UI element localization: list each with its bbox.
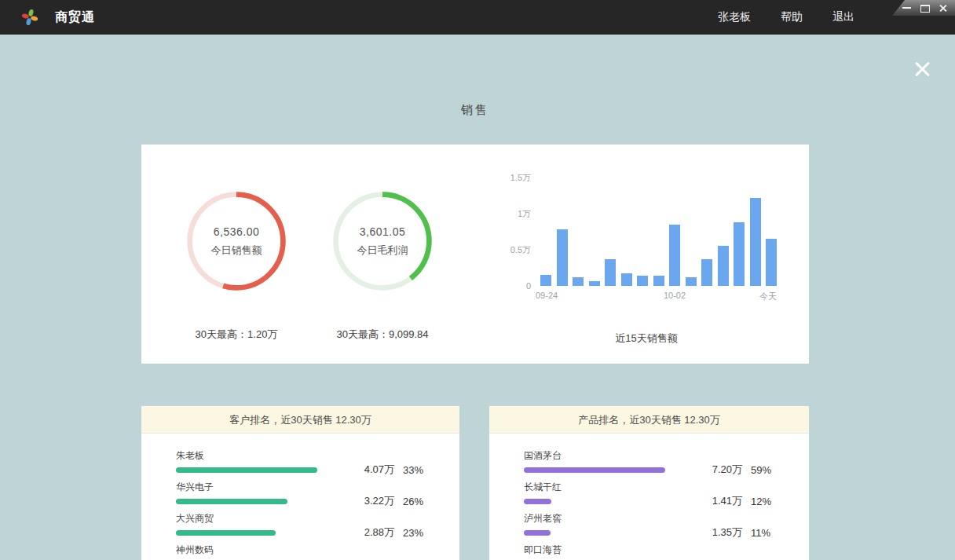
- sales-bar: [621, 273, 632, 286]
- today-profit-value: 3,601.05: [360, 225, 406, 238]
- app-window: 商贸通 张老板 帮助 退出 销售 6,536.00 今日销售额 30天最高：1.…: [0, 0, 955, 560]
- sales-30day-max: 30天最高：1.20万: [153, 328, 320, 342]
- sales-bar: [686, 277, 697, 286]
- ranking-name: 神州数码: [176, 540, 437, 556]
- app-title: 商贸通: [55, 9, 95, 26]
- ranking-row: 华兴电子3.22万26%: [176, 477, 437, 508]
- today-profit-label: 今日毛利润: [357, 243, 408, 258]
- close-window-icon[interactable]: [939, 3, 948, 13]
- today-sales-value: 6,536.00: [214, 225, 260, 238]
- page-title: 销售: [141, 103, 809, 118]
- customer-ranking-card: 客户排名，近30天销售 12.30万 朱老板4.07万33%华兴电子3.22万2…: [141, 406, 459, 560]
- ranking-percent: 26%: [394, 496, 430, 507]
- ranking-value: 3.22万: [322, 494, 394, 508]
- profit-30day-max: 30天最高：9,099.84: [299, 328, 466, 342]
- ranking-row: 大兴商贸2.88万23%: [176, 508, 437, 540]
- pinwheel-logo-icon: [21, 9, 38, 26]
- ranking-row: 长城干红1.41万12%: [524, 477, 787, 508]
- ranking-bar: [176, 467, 317, 473]
- ranking-value: 7.20万: [670, 463, 742, 477]
- sales-bar: [605, 259, 616, 286]
- ranking-value: 1.35万: [670, 525, 742, 540]
- y-tick: 1.5万: [471, 173, 531, 182]
- sales-bar: [750, 198, 761, 286]
- ranking-row: 朱老板4.07万33%: [176, 445, 437, 477]
- sales-summary-card: 6,536.00 今日销售额 30天最高：1.20万 3,601.05 今日毛利…: [141, 145, 809, 364]
- ranking-bar: [176, 530, 276, 536]
- ranking-percent: 59%: [742, 464, 778, 476]
- today-sales-donut: 6,536.00 今日销售额: [185, 189, 288, 293]
- y-tick: 1万: [471, 209, 531, 218]
- ranking-bar: [176, 499, 287, 504]
- sales-bar: [637, 276, 648, 286]
- ranking-rows: 朱老板4.07万33%华兴电子3.22万26%大兴商贸2.88万23%神州数码: [141, 434, 459, 560]
- ranking-percent: 12%: [742, 496, 778, 507]
- sales-bar: [557, 229, 568, 286]
- ranking-value: 4.07万: [322, 463, 394, 477]
- ranking-name: 大兴商贸: [176, 508, 437, 525]
- sales-bar: [653, 276, 664, 286]
- ranking-name: 即口海苔: [524, 540, 787, 556]
- today-sales-label: 今日销售额: [211, 243, 262, 258]
- sales-bar: [701, 259, 712, 286]
- today-profit-donut: 3,601.05 今日毛利润: [331, 189, 434, 293]
- product-ranking-card: 产品排名，近30天销售 12.30万 国酒茅台7.20万59%长城干红1.41万…: [489, 406, 809, 560]
- ranking-name: 长城干红: [524, 477, 787, 493]
- ranking-value: 1.41万: [670, 494, 742, 508]
- ranking-bar: [524, 467, 665, 473]
- ranking-row: 国酒茅台7.20万59%: [524, 445, 787, 477]
- x-tick: 今天: [729, 291, 777, 302]
- ranking-percent: 11%: [742, 527, 778, 539]
- sales-bar: [766, 239, 777, 286]
- chart-caption: 近15天销售额: [517, 331, 776, 346]
- x-tick: 09-24: [536, 291, 558, 300]
- ranking-value: 2.88万: [322, 525, 394, 540]
- nav-logout[interactable]: 退出: [832, 10, 854, 24]
- sales-bar: [734, 222, 745, 286]
- ranking-percent: 33%: [394, 464, 430, 476]
- customer-ranking-header: 客户排名，近30天销售 12.30万: [141, 406, 459, 434]
- close-icon[interactable]: [912, 59, 932, 79]
- sales-bar: [718, 246, 729, 286]
- sales-bar-chart: [540, 178, 777, 286]
- ranking-rows: 国酒茅台7.20万59%长城干红1.41万12%泸州老窖1.35万11%即口海苔: [489, 434, 809, 560]
- ranking-row: 神州数码: [176, 540, 437, 560]
- ranking-row: 泸州老窖1.35万11%: [524, 508, 787, 540]
- ranking-bar: [524, 530, 551, 536]
- minimize-window-icon[interactable]: [902, 3, 912, 13]
- sales-bar: [540, 275, 551, 286]
- app-header: 商贸通 张老板 帮助 退出: [0, 0, 955, 35]
- ranking-name: 朱老板: [176, 445, 437, 462]
- x-tick: 10-02: [651, 291, 698, 300]
- nav-help[interactable]: 帮助: [781, 10, 803, 24]
- y-tick: 0.5万: [471, 245, 531, 254]
- ranking-row: 即口海苔: [524, 540, 787, 560]
- y-tick: 0: [471, 281, 531, 291]
- sales-bar: [669, 225, 680, 286]
- sales-bar: [573, 277, 584, 286]
- product-ranking-header: 产品排名，近30天销售 12.30万: [489, 406, 809, 434]
- ranking-name: 华兴电子: [176, 477, 437, 493]
- maximize-window-icon[interactable]: [920, 3, 930, 13]
- ranking-bar: [524, 499, 551, 504]
- ranking-name: 泸州老窖: [524, 508, 787, 525]
- ranking-percent: 23%: [394, 527, 430, 539]
- ranking-name: 国酒茅台: [524, 445, 787, 462]
- sales-bar: [589, 281, 600, 286]
- nav-user[interactable]: 张老板: [718, 10, 751, 24]
